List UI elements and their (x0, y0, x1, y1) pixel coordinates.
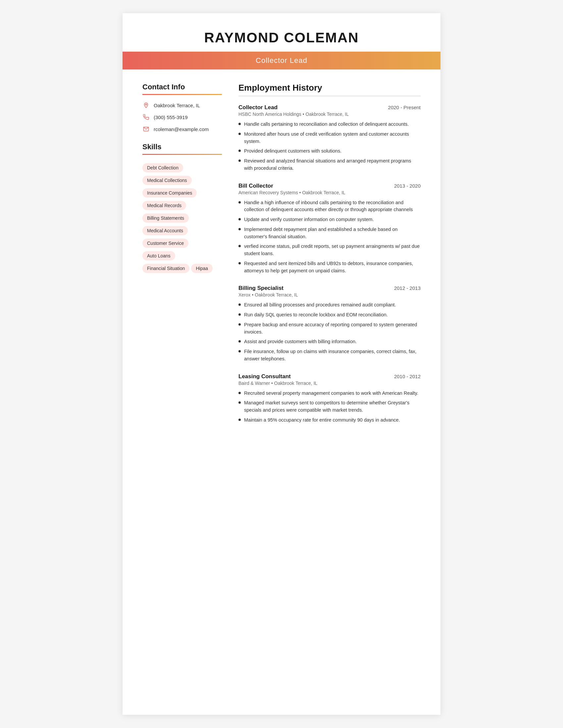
job-title: Billing Specialist (238, 285, 284, 292)
job-dates: 2010 - 2012 (394, 374, 421, 379)
job-bullet: Recruited several property management co… (238, 390, 421, 397)
sidebar: Contact Info Oakbrook Terrace, IL (142, 83, 222, 434)
bullet-text: Ensured all billing processes and proced… (244, 301, 396, 309)
job-bullet: Handle a high influence of inbound calls… (238, 199, 421, 214)
job-bullet: Prepare backup and ensure accuracy of re… (238, 321, 421, 336)
bullet-text: Handle calls pertaining to reconciliatio… (244, 121, 409, 128)
bullet-dot (238, 218, 241, 220)
phone-text: (300) 555-3919 (154, 114, 188, 120)
contact-divider (142, 94, 222, 95)
skill-tag: Billing Statements (142, 213, 189, 223)
skill-tag: Medical Records (142, 201, 186, 210)
contact-section: Contact Info Oakbrook Terrace, IL (142, 83, 222, 133)
skill-tag: Hipaa (191, 264, 212, 273)
job-header: Collector Lead2020 - Present (238, 104, 421, 111)
location-icon (142, 102, 150, 109)
bullet-dot (238, 323, 241, 326)
location-text: Oakbrook Terrace, IL (154, 103, 200, 108)
bullet-dot (238, 123, 241, 125)
job-bullet: verfied income status, pull credit repor… (238, 243, 421, 257)
job-bullet: Managed market surveys sent to competito… (238, 399, 421, 414)
bullet-dot (238, 303, 241, 306)
skill-tag: Customer Service (142, 239, 188, 248)
email-text: rcoleman@example.com (154, 126, 209, 132)
bullet-dot (238, 159, 241, 162)
bullet-dot (238, 313, 241, 316)
job-block: Bill Collector2013 - 2020American Recove… (238, 183, 421, 275)
job-company: Xerox • Oakbrook Terrace, IL (238, 292, 421, 297)
skills-section-title: Skills (142, 143, 222, 151)
bullet-text: Prepare backup and ensure accuracy of re… (244, 321, 421, 336)
bullet-dot (238, 201, 241, 204)
bullet-dot (238, 228, 241, 230)
bullet-dot (238, 262, 241, 264)
job-dates: 2012 - 2013 (394, 285, 421, 291)
job-company: Baird & Warner • Oakbrook Terrace, IL (238, 381, 421, 386)
bullet-dot (238, 401, 241, 404)
skill-tag: Debt Collection (142, 163, 183, 172)
skills-divider (142, 154, 222, 155)
bullet-text: Monitored after hours use of credit veri… (244, 131, 421, 145)
svg-point-0 (145, 104, 147, 105)
bullet-text: Managed market surveys sent to competito… (244, 399, 421, 414)
job-bullet: Reviewed and analyzed financial situatio… (238, 158, 421, 172)
contact-section-title: Contact Info (142, 83, 222, 91)
bullet-text: Assist and provide customers with billin… (244, 338, 357, 345)
job-bullet: Maintain a 95% occupancy rate for entire… (238, 417, 421, 424)
bullet-text: verfied income status, pull credit repor… (244, 243, 421, 257)
title-banner: Collector Lead (122, 52, 441, 69)
bullet-text: Requested and sent itemized bills and UB… (244, 260, 421, 275)
contact-location: Oakbrook Terrace, IL (142, 102, 222, 109)
body-layout: Contact Info Oakbrook Terrace, IL (142, 83, 421, 434)
job-bullet: Monitored after hours use of credit veri… (238, 131, 421, 145)
contact-email: rcoleman@example.com (142, 125, 222, 133)
bullet-text: Update and verify customer information o… (244, 216, 374, 223)
bullet-dot (238, 350, 241, 352)
email-icon (142, 125, 150, 133)
job-dates: 2013 - 2020 (394, 183, 421, 189)
employment-divider (238, 96, 421, 96)
job-title: Leasing Consultant (238, 373, 291, 380)
skills-section: Skills Debt CollectionMedical Collection… (142, 143, 222, 275)
job-bullet: Handle calls pertaining to reconciliatio… (238, 121, 421, 128)
skill-tag: Medical Collections (142, 176, 192, 185)
job-header: Billing Specialist2012 - 2013 (238, 285, 421, 292)
skill-tag: Medical Accounts (142, 226, 188, 235)
job-header: Leasing Consultant2010 - 2012 (238, 373, 421, 380)
job-block: Leasing Consultant2010 - 2012Baird & War… (238, 373, 421, 424)
employment-section-title: Employment History (238, 83, 421, 93)
job-block: Collector Lead2020 - PresentHSBC North A… (238, 104, 421, 172)
job-bullet: Run daily SQL queries to reconcile lockb… (238, 311, 421, 319)
job-bullet: Requested and sent itemized bills and UB… (238, 260, 421, 275)
job-bullet: Update and verify customer information o… (238, 216, 421, 223)
job-title: Bill Collector (238, 183, 273, 189)
job-dates: 2020 - Present (388, 105, 421, 110)
main-content: Employment History Collector Lead2020 - … (238, 83, 421, 434)
bullet-text: Reviewed and analyzed financial situatio… (244, 158, 421, 172)
bullet-text: Handle a high influence of inbound calls… (244, 199, 421, 214)
skill-tag: Auto Loans (142, 251, 175, 260)
bullet-text: Provided delinquent customers with solut… (244, 148, 342, 155)
candidate-name: RAYMOND COLEMAN (142, 30, 421, 46)
job-title: Collector Lead (238, 104, 277, 111)
job-bullet: Implemented debt repayment plan and esta… (238, 226, 421, 241)
skill-tag: Financial Situation (142, 264, 189, 273)
bullet-text: Recruited several property management co… (244, 390, 418, 397)
resume-container: RAYMOND COLEMAN Collector Lead Contact I… (122, 13, 441, 715)
bullet-dot (238, 245, 241, 247)
jobs-container: Collector Lead2020 - PresentHSBC North A… (238, 104, 421, 424)
bullet-dot (238, 150, 241, 152)
job-bullet: Provided delinquent customers with solut… (238, 148, 421, 155)
candidate-title: Collector Lead (256, 56, 307, 65)
job-bullet: File insurance, follow up on claims with… (238, 348, 421, 363)
bullet-dot (238, 340, 241, 342)
phone-icon (142, 114, 150, 121)
bullet-dot (238, 392, 241, 394)
job-header: Bill Collector2013 - 2020 (238, 183, 421, 189)
bullet-text: Maintain a 95% occupancy rate for entire… (244, 417, 400, 424)
bullet-text: Implemented debt repayment plan and esta… (244, 226, 421, 241)
job-company: American Recovery Systems • Oakbrook Ter… (238, 190, 421, 195)
skill-tag: Insurance Companies (142, 188, 197, 198)
contact-phone: (300) 555-3919 (142, 114, 222, 121)
bullet-dot (238, 133, 241, 135)
